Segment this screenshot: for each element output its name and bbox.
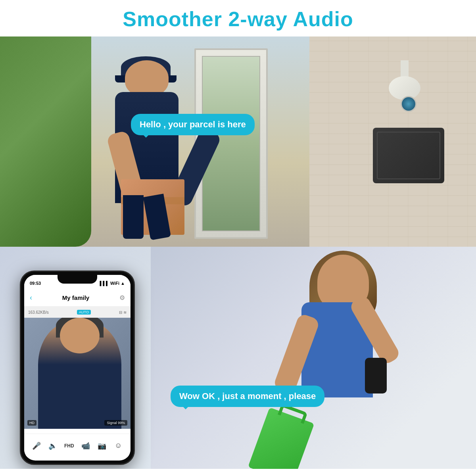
info-bar: 163.62KB/s AUTO ⊟ ≋ <box>24 307 131 318</box>
settings-control[interactable]: ☺ <box>111 439 125 453</box>
video-person-head <box>60 318 100 353</box>
camera-body <box>389 76 420 100</box>
status-time: 09:53 <box>30 281 41 286</box>
foliage <box>0 36 91 247</box>
auto-badge: AUTO <box>77 310 91 315</box>
phone-controls: 🎤 🔈 FHD 📹 📷 ☺ <box>24 434 131 457</box>
layout-icon: ⊟ ≋ <box>119 310 127 315</box>
camera-lens <box>401 96 416 112</box>
mailbox-inner <box>377 132 440 179</box>
status-icons: ▌▌▌ WiFi ▲ <box>100 281 125 286</box>
page-title: Smoother 2-way Audio <box>0 7 476 31</box>
mailbox <box>373 128 444 183</box>
phone-screen: 09:53 ▌▌▌ WiFi ▲ ‹ My family ⚙ 163.62KB/… <box>24 275 131 461</box>
held-phone <box>365 358 387 393</box>
video-record-icon: 📹 <box>79 439 93 453</box>
microphone-icon: 🎤 <box>29 439 44 453</box>
phone-mockup: 09:53 ▌▌▌ WiFi ▲ ‹ My family ⚙ 163.62KB/… <box>20 271 135 465</box>
person-legs <box>123 195 171 243</box>
person-head <box>125 60 169 96</box>
leg-left <box>123 195 144 239</box>
speed-indicator: 163.62KB/s <box>28 310 49 315</box>
security-camera <box>381 60 428 108</box>
fhd-label: FHD <box>62 439 76 453</box>
leg-right <box>143 194 171 240</box>
video-delivery-person <box>38 322 121 429</box>
speaker-icon: 🔈 <box>46 439 60 453</box>
video-record-control[interactable]: 📹 <box>79 439 93 453</box>
phone-notch <box>58 275 97 284</box>
speech-bubble-bottom: Wow OK , just a moment , please <box>171 386 324 407</box>
speech-bubble-top: Hello , your parcel is here <box>131 114 255 135</box>
top-scene: Hello , your parcel is here <box>0 36 476 247</box>
delivery-person <box>99 60 194 239</box>
speaker-control[interactable]: 🔈 <box>46 439 60 453</box>
bottom-scene: Wow OK , just a moment , please 09:53 ▌▌… <box>0 247 476 469</box>
microphone-control[interactable]: 🎤 <box>29 439 44 453</box>
video-feed: Talking HD Signal 99% <box>24 318 131 429</box>
woman-figure <box>270 255 420 469</box>
fhd-control[interactable]: FHD <box>62 439 76 453</box>
face-icon: ☺ <box>111 439 125 453</box>
snapshot-icon: 📷 <box>95 439 109 453</box>
nav-title: My family <box>62 294 89 301</box>
person-body <box>115 92 178 203</box>
nav-bar: ‹ My family ⚙ <box>24 289 131 307</box>
signal-indicator: Signal 99% <box>104 420 127 426</box>
header: Smoother 2-way Audio <box>0 0 476 36</box>
settings-icon[interactable]: ⚙ <box>119 294 125 301</box>
back-button[interactable]: ‹ <box>30 294 32 302</box>
snapshot-control[interactable]: 📷 <box>95 439 109 453</box>
hd-badge: HD <box>27 420 36 426</box>
